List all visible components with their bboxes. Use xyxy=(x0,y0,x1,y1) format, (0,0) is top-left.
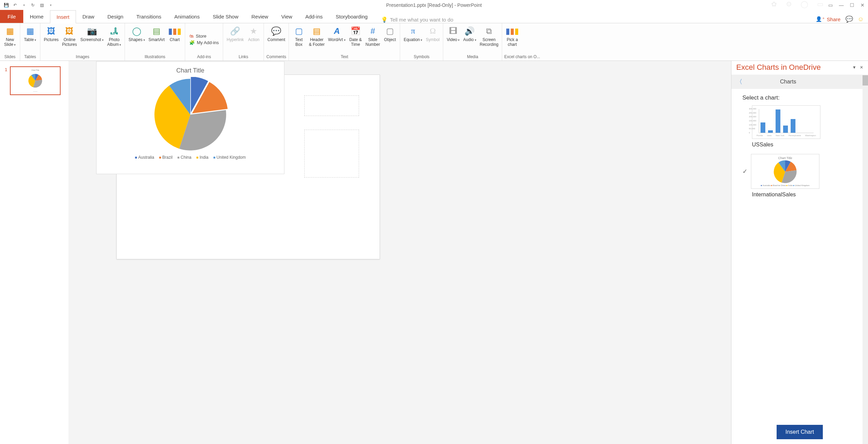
chart-card-intl[interactable]: Chart Title ■ Australia ■ Brazil ■ China… xyxy=(751,154,819,189)
slide-editor[interactable]: Chart Title AustraliaBrazilChinaIndiaUni… xyxy=(68,61,731,444)
comment-button[interactable]: 💬Comment xyxy=(266,25,286,54)
taskpane-nav: 〈 Charts xyxy=(731,75,868,89)
audio-icon: 🔊 xyxy=(464,25,475,37)
new-slide-button[interactable]: ▦New Slide xyxy=(2,25,18,54)
share-button[interactable]: 👤⁺ Share xyxy=(816,16,841,22)
tab-view[interactable]: View xyxy=(275,10,299,23)
action-button: ★Action xyxy=(246,25,261,54)
slide-number-icon: # xyxy=(370,25,375,37)
pie-chart-icon xyxy=(28,74,42,88)
wordart-button[interactable]: AWordArt xyxy=(327,25,347,54)
back-icon[interactable]: 〈 xyxy=(736,78,742,86)
taskpane-title: Excel Charts in OneDrive xyxy=(736,63,821,72)
tab-slideshow[interactable]: Slide Show xyxy=(206,10,245,23)
feedback-icon[interactable]: 💬 xyxy=(845,15,853,23)
text-box-icon: ▢ xyxy=(295,25,303,37)
smartart-icon: ▤ xyxy=(153,25,161,37)
group-media: Media xyxy=(445,54,500,61)
equation-button[interactable]: πEquation xyxy=(402,25,424,54)
screenshot-icon: 📷 xyxy=(87,25,97,37)
object-icon: ▢ xyxy=(386,25,394,37)
content-placeholder[interactable] xyxy=(304,130,359,178)
pictures-button[interactable]: 🖼Pictures xyxy=(42,25,60,54)
my-addins-icon: 🧩 xyxy=(189,40,195,45)
task-pane-excel-charts: Excel Charts in OneDrive ▼ ✕ 〈 Charts Se… xyxy=(731,61,868,444)
screen-recording-button[interactable]: ⧉Screen Recording xyxy=(478,25,500,54)
slide-canvas[interactable]: Chart Title AustraliaBrazilChinaIndiaUni… xyxy=(116,75,380,259)
chart-name-intl: InternationalSales xyxy=(752,192,860,198)
tell-me-search[interactable]: 💡 Tell me what you want to do xyxy=(381,16,453,23)
ribbon: ▦New Slide Slides ▦Table Tables 🖼Picture… xyxy=(0,23,868,61)
undo-dropdown-icon[interactable]: ▾ xyxy=(21,2,27,9)
slide-thumbnail-preview: Chart Title • • • • • xyxy=(10,66,61,95)
ribbon-options-icon[interactable]: ▭ xyxy=(828,2,833,8)
qat-customize-icon[interactable]: ▾ xyxy=(47,2,54,9)
pick-a-chart-icon: ▮▮▮ xyxy=(506,25,519,37)
taskpane-scrollbar[interactable] xyxy=(863,75,868,444)
hyperlink-icon: 🔗 xyxy=(230,25,240,37)
screen-recording-icon: ⧉ xyxy=(486,25,492,37)
tab-storyboarding[interactable]: Storyboarding xyxy=(329,10,374,23)
slide-number-button[interactable]: #Slide Number xyxy=(364,25,382,54)
smiley-icon[interactable]: ☺ xyxy=(858,16,864,23)
start-from-beginning-icon[interactable]: ▤ xyxy=(38,2,45,9)
chart-object[interactable]: Chart Title AustraliaBrazilChinaIndiaUni… xyxy=(96,61,284,174)
wordart-icon: A xyxy=(334,25,340,37)
tab-home[interactable]: Home xyxy=(23,10,50,23)
tab-transitions[interactable]: Transitions xyxy=(130,10,168,23)
online-pictures-icon: 🖼 xyxy=(65,25,74,37)
photo-album-button[interactable]: 🏞Photo Album xyxy=(106,25,123,54)
card2-legend: ■ Australia ■ Brazil ■ China ■ India ■ U… xyxy=(753,184,817,186)
action-icon: ★ xyxy=(250,25,257,37)
redo-icon[interactable]: ↻ xyxy=(29,2,36,9)
online-pictures-button[interactable]: 🖼Online Pictures xyxy=(61,25,78,54)
header-footer-button[interactable]: ▤Header & Footer xyxy=(307,25,326,54)
group-illustrations: Illustrations xyxy=(127,54,183,61)
store-button[interactable]: 🛍Store xyxy=(189,34,219,39)
tab-insert[interactable]: Insert xyxy=(50,10,76,23)
tab-file[interactable]: File xyxy=(0,10,23,23)
chart-button[interactable]: ▮▮▮Chart xyxy=(167,25,183,54)
audio-button[interactable]: 🔊Audio xyxy=(462,25,477,54)
minimize-icon[interactable]: — xyxy=(839,2,844,8)
symbol-icon: Ω xyxy=(430,25,436,37)
my-addins-button[interactable]: 🧩My Add-ins xyxy=(189,40,219,45)
tab-draw[interactable]: Draw xyxy=(76,10,101,23)
shapes-icon: ◯ xyxy=(132,25,141,37)
tab-addins[interactable]: Add-ins xyxy=(299,10,329,23)
share-icon: 👤⁺ xyxy=(816,16,825,22)
text-box-button[interactable]: ▢Text Box xyxy=(291,25,307,54)
screenshot-button[interactable]: 📷Screenshot xyxy=(79,25,105,54)
group-tables: Tables xyxy=(22,54,38,61)
save-icon[interactable]: 💾 xyxy=(3,2,10,9)
tab-design[interactable]: Design xyxy=(101,10,130,23)
object-button[interactable]: ▢Object xyxy=(382,25,398,54)
chart-title: Chart Title xyxy=(176,67,204,74)
tab-review[interactable]: Review xyxy=(245,10,275,23)
pick-a-chart-button[interactable]: ▮▮▮Pick a chart xyxy=(504,25,520,54)
group-slides: Slides xyxy=(2,54,18,61)
insert-chart-button[interactable]: Insert Chart xyxy=(777,425,823,439)
window-title: Presentation1.pptx [Read-Only] - PowerPo… xyxy=(0,2,868,8)
group-text: Text xyxy=(291,54,398,61)
date-time-button[interactable]: 📅Date & Time xyxy=(348,25,363,54)
tab-animations[interactable]: Animations xyxy=(168,10,206,23)
undo-icon[interactable]: ↶ xyxy=(12,2,18,9)
table-button[interactable]: ▦Table xyxy=(22,25,38,54)
taskpane-dropdown-icon[interactable]: ▼ xyxy=(852,65,856,70)
shapes-button[interactable]: ◯Shapes xyxy=(127,25,146,54)
chart-card-ussales[interactable]: 050,000100,000150,000200,000250,000300,0… xyxy=(752,105,820,139)
close-icon[interactable]: ✕ xyxy=(860,2,865,8)
pictures-icon: 🖼 xyxy=(47,25,55,37)
group-excel-charts: Excel charts on O... xyxy=(504,54,540,61)
maximize-icon[interactable]: ☐ xyxy=(850,2,854,8)
slide-thumbnail-1[interactable]: 1 Chart Title • • • • • xyxy=(5,66,64,95)
video-button[interactable]: 🎞Video xyxy=(445,25,461,54)
select-chart-heading: Select a chart: xyxy=(742,94,860,101)
smartart-button[interactable]: ▤SmartArt xyxy=(147,25,166,54)
taskpane-nav-label: Charts xyxy=(780,79,796,85)
table-icon: ▦ xyxy=(26,25,34,37)
taskpane-close-icon[interactable]: ✕ xyxy=(860,65,863,70)
title-placeholder[interactable] xyxy=(304,95,359,116)
tell-me-placeholder: Tell me what you want to do xyxy=(390,17,453,23)
